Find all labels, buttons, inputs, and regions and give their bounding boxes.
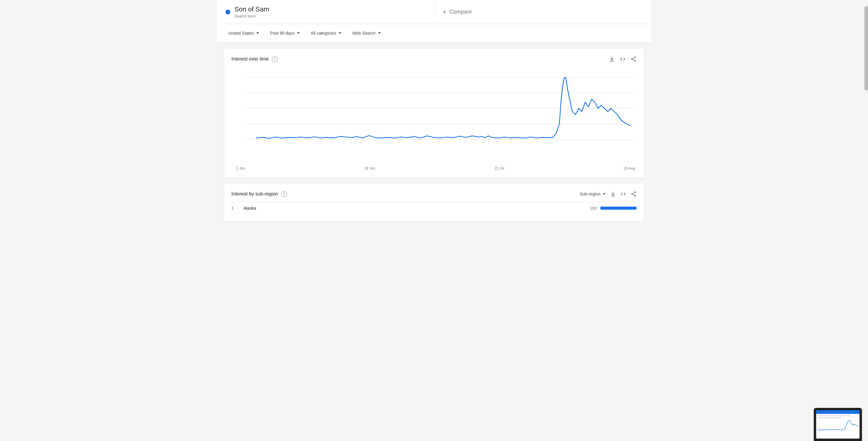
interest-over-time-actions — [609, 56, 637, 62]
search-type-filter[interactable]: Web Search — [348, 28, 385, 38]
x-label-jun26: 26 Jun — [364, 166, 375, 170]
scrollbar-track — [864, 0, 868, 233]
search-type-chevron-icon — [378, 32, 381, 34]
interest-over-time-card: Interest over time ? — [224, 49, 644, 178]
search-term-box: Son of Sam Search term — [217, 0, 434, 24]
svg-point-1 — [634, 60, 636, 61]
subregion-dropdown[interactable]: Sub-region — [580, 192, 606, 196]
subregion-embed-icon[interactable] — [620, 191, 626, 197]
svg-line-3 — [632, 58, 634, 59]
region-bar-container — [600, 207, 637, 210]
location-chevron-icon — [256, 32, 259, 34]
svg-line-18 — [632, 194, 634, 195]
subregion-download-icon[interactable] — [610, 191, 616, 197]
x-label-jun1: 1 Jun — [236, 166, 245, 170]
categories-chevron-icon — [338, 32, 341, 34]
search-type-filter-label: Web Search — [352, 31, 375, 36]
download-icon[interactable] — [609, 56, 615, 62]
interest-chart-svg: 100 75 50 25 — [247, 71, 633, 164]
region-rank: 1 — [231, 206, 244, 211]
search-header: Son of Sam Search term + Compare — [217, 0, 651, 24]
svg-point-15 — [634, 195, 636, 196]
compare-label: Compare — [450, 9, 472, 15]
region-row-alaska: 1 Alaska 100 — [231, 202, 637, 214]
content-area: Interest over time ? — [217, 43, 651, 233]
region-bar — [600, 207, 637, 210]
region-value: 100 — [590, 206, 597, 211]
svg-point-16 — [631, 193, 632, 195]
location-filter[interactable]: United States — [224, 28, 264, 38]
interest-over-time-title: Interest over time — [231, 56, 269, 62]
svg-point-14 — [634, 192, 636, 193]
location-filter-label: United States — [228, 31, 254, 36]
interest-over-time-title-row: Interest over time ? — [231, 56, 278, 62]
subregion-title: Interest by sub-region — [231, 191, 278, 197]
subregion-share-icon[interactable] — [630, 191, 637, 197]
compare-box[interactable]: + Compare — [434, 0, 651, 24]
subregion-chevron-icon — [603, 193, 606, 195]
term-name: Son of Sam — [235, 5, 269, 13]
filter-bar: United States Past 90 days All categorie… — [217, 24, 651, 43]
page-wrapper: Son of Sam Search term + Compare United … — [217, 0, 651, 233]
svg-line-4 — [632, 59, 634, 61]
categories-filter-label: All categories — [311, 31, 336, 36]
svg-line-17 — [632, 192, 634, 194]
embed-icon[interactable] — [620, 56, 626, 62]
subregion-header: Interest by sub-region ? Sub-region — [231, 191, 637, 197]
region-name: Alaska — [244, 206, 590, 211]
interest-chart-container: 100 75 50 25 1 Jun 26 Jun 21 Jul 15 Aug — [231, 68, 637, 170]
subregion-title-row: Interest by sub-region ? — [231, 191, 287, 197]
x-label-aug15: 15 Aug — [624, 166, 635, 170]
interest-over-time-header: Interest over time ? — [231, 56, 637, 62]
interest-by-subregion-card: Interest by sub-region ? Sub-region — [224, 184, 644, 221]
svg-point-2 — [631, 58, 632, 60]
categories-filter[interactable]: All categories — [307, 28, 346, 38]
scrollbar-thumb[interactable] — [864, 6, 868, 90]
subregion-dropdown-label: Sub-region — [580, 192, 601, 196]
term-label: Search term — [235, 14, 269, 19]
interest-over-time-help-icon[interactable]: ? — [272, 56, 278, 62]
term-color-dot — [225, 10, 230, 14]
time-range-filter-label: Past 90 days — [270, 31, 294, 36]
time-range-filter[interactable]: Past 90 days — [266, 28, 304, 38]
search-term-text: Son of Sam Search term — [235, 5, 269, 19]
share-icon[interactable] — [630, 56, 637, 62]
svg-point-0 — [634, 57, 636, 58]
subregion-controls: Sub-region — [580, 191, 637, 197]
x-label-jul21: 21 Jul — [495, 166, 504, 170]
compare-plus-icon: + — [443, 8, 447, 16]
time-range-chevron-icon — [297, 32, 300, 34]
subregion-help-icon[interactable]: ? — [281, 191, 287, 197]
